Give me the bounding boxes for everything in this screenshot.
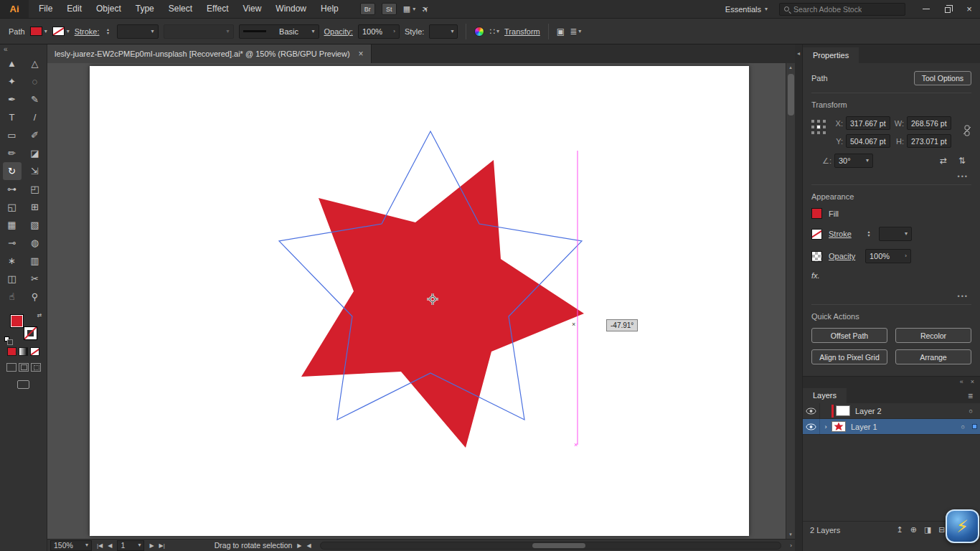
rotate-tool[interactable]: ↻ (3, 162, 22, 180)
magic-wand-tool[interactable]: ✦ (3, 72, 22, 90)
expand-panels-icon[interactable]: ◂ (797, 50, 800, 57)
stroke-weight-select[interactable]: ▾ (879, 227, 912, 241)
swap-fill-stroke-icon[interactable]: ⇄ (37, 312, 42, 319)
stroke-weight-stepper[interactable]: ▴▾ (865, 230, 872, 237)
reference-point-selector[interactable] (811, 120, 826, 134)
restore-button[interactable] (937, 0, 958, 18)
recolor-artwork-button[interactable] (474, 27, 484, 37)
previous-artboard-button[interactable]: ◀ (108, 542, 112, 549)
canvas[interactable]: × × -47.91° ▴ ▾ (47, 63, 795, 539)
lasso-tool[interactable]: ◌ (26, 72, 44, 90)
layer-name[interactable]: Layer 1 (851, 423, 961, 431)
quick-action-offset-path[interactable]: Offset Path (811, 328, 887, 343)
quick-action-arrange[interactable]: Arrange (895, 349, 971, 364)
layer-row-selected[interactable]: › Layer 1 ○ (803, 419, 980, 435)
first-artboard-button[interactable]: |◀ (97, 542, 103, 549)
draw-inside-mode-button[interactable] (31, 363, 41, 372)
vertical-scrollbar-thumb[interactable] (788, 74, 794, 116)
menu-object[interactable]: Object (89, 0, 128, 18)
rotated-star-preview[interactable] (301, 160, 584, 448)
workspace-switcher[interactable]: Essentials ▾ (725, 0, 768, 18)
opacity-select[interactable]: 100%› (358, 24, 400, 39)
locate-object-icon[interactable]: ⊕ (910, 525, 917, 534)
rotation-angle-select[interactable]: 30°▾ (834, 154, 873, 168)
stroke-link[interactable]: Stroke (829, 230, 859, 238)
collapse-panel-group-icon[interactable]: « (960, 378, 963, 385)
slice-tool[interactable]: ✂ (26, 270, 44, 288)
next-artboard-button[interactable]: ▶ (149, 542, 154, 549)
more-options-icon[interactable]: ••• (958, 293, 969, 300)
direct-selection-tool[interactable]: △ (26, 55, 44, 72)
paintbrush-tool[interactable]: ✐ (26, 126, 44, 144)
scroll-right-icon[interactable]: › (790, 542, 792, 549)
screen-mode-button[interactable] (17, 380, 29, 389)
select-similar-button[interactable]: ≣▾ (570, 27, 581, 37)
layer-thumbnail[interactable] (836, 405, 850, 416)
menu-type[interactable]: Type (128, 0, 161, 18)
menu-view[interactable]: View (236, 0, 269, 18)
x-input[interactable]: 317.667 pt (846, 116, 890, 130)
stroke-weight-stepper[interactable]: ▴▾ (105, 28, 112, 35)
close-document-icon[interactable]: × (359, 49, 364, 59)
draw-normal-mode-button[interactable] (6, 363, 17, 372)
gradient-tool[interactable]: ▧ (26, 216, 44, 234)
quick-action-recolor[interactable]: Recolor (895, 328, 971, 343)
selection-tool[interactable]: ▲ (3, 55, 22, 72)
layer-name[interactable]: Layer 2 (855, 407, 969, 415)
rectangle-tool[interactable]: ▭ (3, 126, 22, 144)
pencil-tool[interactable]: ✏ (3, 144, 22, 162)
hand-tool[interactable]: ☝ (3, 288, 22, 306)
column-graph-tool[interactable]: ▥ (26, 252, 44, 270)
artboard-navigation-select[interactable]: 1 ▾ (117, 540, 144, 551)
status-back-icon[interactable]: ◀ (307, 542, 311, 549)
menu-select[interactable]: Select (161, 0, 199, 18)
default-fill-stroke-icon[interactable] (4, 336, 9, 342)
width-tool[interactable]: ⊶ (3, 180, 22, 198)
menu-help[interactable]: Help (314, 0, 346, 18)
opacity-label[interactable]: Opacity: (324, 27, 353, 36)
zoom-level-select[interactable]: 150% ▾ (50, 540, 92, 551)
eyedropper-tool[interactable]: ⊸ (3, 234, 22, 252)
opacity-swatch[interactable] (811, 251, 822, 262)
illustrator-logo[interactable]: Ai (0, 0, 29, 18)
none-button[interactable] (30, 347, 39, 356)
y-input[interactable]: 504.067 pt (846, 134, 890, 148)
stock-search-field[interactable]: Search Adobe Stock (779, 3, 905, 16)
new-sublayer-icon[interactable]: ⊟ (938, 525, 945, 534)
menu-edit[interactable]: Edit (60, 0, 89, 18)
layer-row[interactable]: Layer 2 ○ (803, 403, 980, 419)
eraser-tool[interactable]: ◪ (26, 144, 44, 162)
free-transform-tool[interactable]: ◰ (26, 180, 44, 198)
curvature-tool[interactable]: ✎ (26, 90, 44, 108)
layer-target-icon[interactable]: ○ (961, 423, 965, 430)
expand-layer-icon[interactable]: › (820, 423, 831, 430)
horizontal-scrollbar[interactable] (320, 542, 782, 550)
zoom-tool[interactable]: ⚲ (26, 288, 44, 306)
layer-thumbnail[interactable] (831, 421, 846, 432)
stroke-weight-label[interactable]: Stroke: (75, 27, 100, 36)
selection-indicator[interactable] (972, 424, 977, 429)
last-artboard-button[interactable]: ▶| (159, 542, 165, 549)
artboard-tool[interactable]: ◫ (3, 270, 22, 288)
scale-tool[interactable]: ⇲ (26, 162, 44, 180)
fill-swatch[interactable] (10, 314, 24, 328)
quick-action-align-to-pixel-grid[interactable]: Align to Pixel Grid (811, 349, 887, 364)
h-input[interactable]: 273.071 pt (907, 134, 951, 148)
color-button[interactable] (7, 347, 17, 356)
collect-for-export-icon[interactable]: ↥ (897, 525, 903, 534)
fill-color-control[interactable]: ▾ (30, 27, 47, 36)
style-select[interactable]: ▾ (429, 24, 458, 39)
w-input[interactable]: 268.576 pt (907, 116, 951, 130)
panel-menu-icon[interactable]: ≡ (968, 389, 973, 403)
scroll-up-icon[interactable]: ▴ (789, 65, 792, 70)
document-tab[interactable]: lesly-juarez-EW2cPMEp0mI-unsplash [Recov… (47, 44, 372, 63)
gradient-button[interactable] (19, 347, 28, 356)
stroke-swatch[interactable] (24, 326, 37, 340)
more-options-icon[interactable]: ••• (958, 173, 969, 180)
scroll-down-icon[interactable]: ▾ (789, 532, 792, 537)
visibility-toggle[interactable] (803, 419, 820, 434)
stroke-weight-select[interactable]: ▾ (117, 24, 159, 39)
close-button[interactable]: × (958, 0, 980, 18)
opacity-select[interactable]: 100%› (865, 249, 911, 263)
type-tool[interactable]: T (3, 108, 22, 126)
